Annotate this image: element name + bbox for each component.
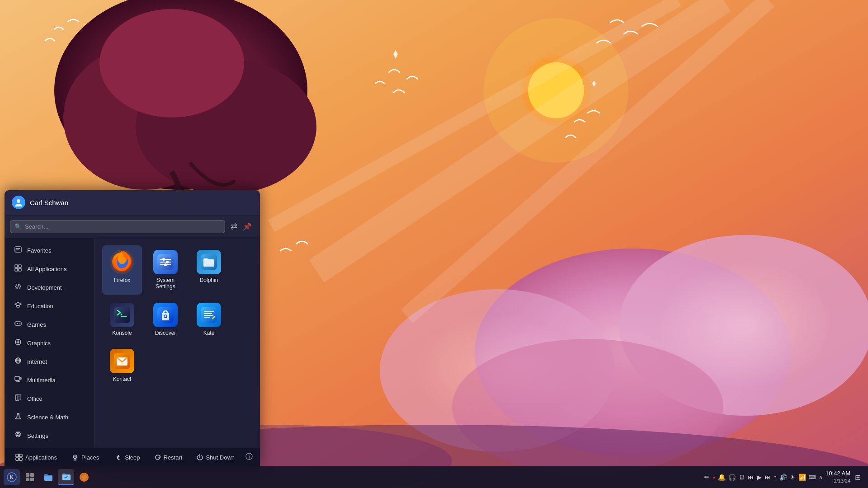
svg-rect-26: [15, 322, 21, 325]
app-kate[interactable]: Kate: [189, 298, 229, 341]
taskbar-kde-button[interactable]: K: [4, 469, 20, 485]
sleep-button[interactable]: Sleep: [112, 452, 143, 463]
sidebar-item-games[interactable]: Games: [6, 315, 93, 333]
sidebar-item-office-label: Office: [27, 395, 42, 402]
taskbar-next-icon[interactable]: ⏭: [764, 474, 771, 481]
taskbar-tasks-button[interactable]: [22, 469, 38, 485]
search-input-wrap: 🔍: [10, 220, 225, 233]
app-discover[interactable]: Discover: [146, 298, 185, 341]
taskbar-brightness-icon[interactable]: ☀: [790, 474, 796, 481]
app-firefox[interactable]: Firefox: [102, 245, 142, 295]
search-row: 🔍 ⇄ 📌: [5, 215, 260, 238]
sidebar-item-multimedia-label: Multimedia: [27, 377, 56, 384]
svg-rect-67: [121, 314, 122, 315]
internet-icon: [14, 357, 23, 366]
sidebar-item-education-label: Education: [27, 303, 53, 310]
taskbar-show-desktop-icon[interactable]: ⊞: [855, 473, 861, 482]
shutdown-button[interactable]: Shut Down: [193, 452, 238, 463]
svg-rect-81: [19, 454, 22, 457]
sidebar-item-all-apps-label: All Applications: [27, 266, 66, 272]
taskbar-prev-icon[interactable]: ⏮: [748, 474, 754, 481]
app-konsole[interactable]: Konsole: [102, 298, 142, 341]
dolphin-icon: [197, 250, 221, 274]
sidebar-item-all-applications[interactable]: All Applications: [6, 260, 93, 278]
shutdown-label: Shut Down: [206, 454, 235, 461]
taskbar-notification-icon[interactable]: 🔔: [718, 474, 726, 481]
sidebar-item-graphics-label: Graphics: [27, 340, 51, 347]
places-button[interactable]: Places: [68, 452, 103, 463]
app-menu: Carl Schwan 🔍 ⇄ 📌 Favorites: [5, 190, 260, 466]
svg-rect-82: [16, 458, 19, 460]
sidebar-item-settings[interactable]: Settings: [6, 427, 93, 445]
restart-button[interactable]: Restart: [151, 452, 186, 463]
files-icon: [43, 472, 53, 482]
pin-button[interactable]: 📌: [240, 221, 255, 233]
menu-footer: Applications Places Sleep: [5, 448, 260, 466]
sidebar-item-multimedia[interactable]: Multimedia: [6, 371, 93, 389]
sidebar-item-education[interactable]: Education: [6, 297, 93, 315]
svg-text:K: K: [10, 475, 14, 480]
app-dolphin[interactable]: Dolphin: [189, 245, 229, 295]
svg-point-29: [19, 323, 20, 324]
taskbar-screen-icon[interactable]: 🖥: [739, 474, 745, 481]
search-filter-button[interactable]: ⇄: [228, 220, 240, 233]
tasks-icon: [25, 473, 34, 482]
applications-button[interactable]: Applications: [12, 452, 61, 463]
taskbar-date-display: 1/13/24: [826, 478, 850, 484]
app-kontact[interactable]: Kontact: [102, 344, 142, 387]
kate-icon: [197, 303, 221, 327]
sidebar-item-settings-label: Settings: [27, 432, 48, 439]
taskbar-expand-icon[interactable]: ∧: [819, 474, 823, 480]
svg-rect-92: [30, 473, 34, 477]
app-system-settings[interactable]: System Settings: [146, 245, 185, 295]
taskbar-play-icon[interactable]: ▶: [757, 474, 762, 481]
app-system-settings-label: System Settings: [148, 277, 183, 290]
taskbar-volume-icon[interactable]: 🔊: [779, 474, 787, 481]
taskbar-record-icon[interactable]: ●: [712, 475, 715, 480]
favorites-icon: [14, 246, 23, 255]
svg-rect-18: [15, 247, 21, 252]
taskbar-active-app[interactable]: [58, 469, 74, 485]
sidebar-item-internet[interactable]: Internet: [6, 352, 93, 371]
sidebar-item-favorites[interactable]: Favorites: [6, 241, 93, 259]
taskbar-clock[interactable]: 10:42 AM 1/13/24: [826, 470, 850, 484]
taskbar-time-display: 10:42 AM: [826, 470, 850, 478]
app-kontact-label: Kontact: [113, 376, 132, 382]
svg-rect-93: [26, 478, 29, 481]
svg-point-87: [249, 455, 250, 455]
games-icon: [14, 320, 23, 329]
taskbar-keyboard-icon[interactable]: ⌨: [809, 474, 816, 480]
sidebar-item-development[interactable]: Development: [6, 278, 93, 296]
menu-sidebar: Favorites All Applications: [5, 238, 95, 448]
all-apps-icon: [14, 264, 23, 273]
sidebar-item-games-label: Games: [27, 321, 46, 328]
firefox-icon: [110, 250, 134, 274]
settings-icon: [14, 431, 23, 440]
taskbar-wifi-icon[interactable]: 📶: [798, 474, 806, 481]
svg-point-61: [166, 261, 169, 263]
system-settings-icon: [153, 250, 178, 274]
taskbar-firefox-button[interactable]: [76, 469, 92, 485]
kontact-icon: [110, 349, 134, 373]
taskbar-files-button[interactable]: [40, 469, 56, 485]
graphics-icon: [14, 338, 23, 347]
taskbar-edit-icon[interactable]: ✏: [704, 474, 710, 481]
applications-icon: [15, 454, 23, 461]
konsole-icon: [110, 303, 134, 327]
sidebar-item-graphics[interactable]: Graphics: [6, 334, 93, 352]
sidebar-item-science[interactable]: Science & Math: [6, 408, 93, 426]
info-button[interactable]: [245, 453, 253, 462]
sidebar-item-office[interactable]: Office: [6, 389, 93, 408]
taskbar-upload-icon[interactable]: ↑: [774, 474, 777, 481]
taskbar-firefox-icon: [79, 472, 89, 482]
app-discover-label: Discover: [155, 330, 176, 336]
username: Carl Schwan: [30, 199, 68, 206]
app-firefox-label: Firefox: [114, 277, 131, 283]
svg-point-32: [17, 341, 19, 343]
app-dolphin-label: Dolphin: [200, 277, 218, 283]
taskbar-audio-icon[interactable]: 🎧: [728, 474, 736, 481]
app-kate-label: Kate: [203, 330, 215, 336]
science-icon: [14, 413, 23, 422]
search-input[interactable]: [10, 220, 225, 233]
restart-icon: [155, 454, 161, 460]
